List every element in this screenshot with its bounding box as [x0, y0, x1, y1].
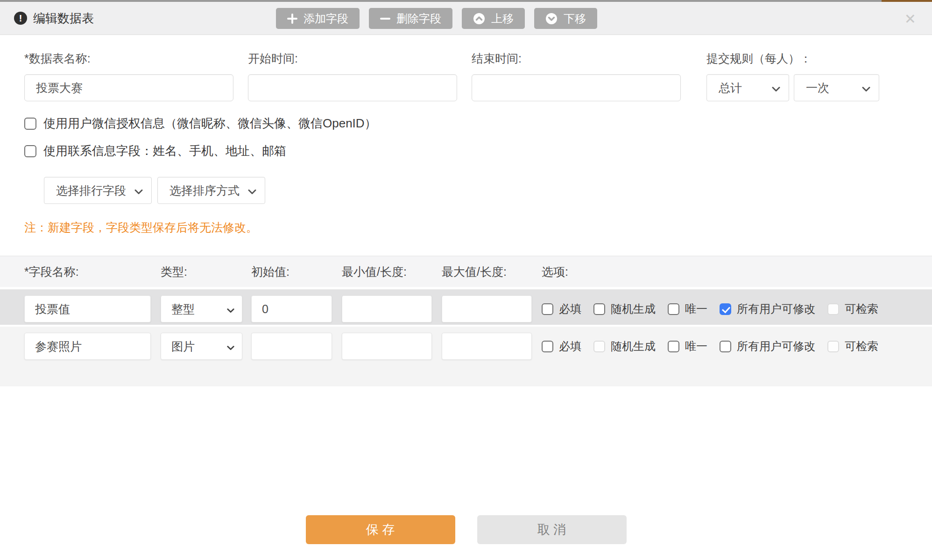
field-name-input[interactable] — [24, 295, 151, 322]
move-down-label: 下移 — [564, 11, 586, 26]
random-generate-label: 随机生成 — [611, 339, 656, 354]
field-type-select[interactable]: 整型 — [161, 295, 242, 322]
searchable-checkbox[interactable] — [827, 341, 839, 352]
rank-field-select[interactable]: 选择排行字段 — [44, 177, 152, 204]
field-type-note: 注：新建字段，字段类型保存后将无法修改。 — [24, 220, 932, 235]
random-generate-checkbox[interactable] — [593, 303, 605, 315]
chevron-down-icon — [862, 81, 870, 95]
user-editable-label: 所有用户可修改 — [737, 339, 815, 354]
required-checkbox[interactable] — [542, 303, 553, 315]
field-type-value: 图片 — [171, 339, 195, 354]
col-min: 最小值/长度: — [342, 264, 432, 280]
col-max: 最大值/长度: — [442, 264, 532, 280]
table-name-input[interactable] — [24, 74, 233, 101]
col-type: 类型: — [161, 264, 242, 280]
field-type-value: 整型 — [171, 301, 195, 317]
wechat-auth-label: 使用用户微信授权信息（微信昵称、微信头像、微信OpenID） — [43, 115, 377, 132]
user-editable-checkbox[interactable] — [720, 303, 731, 315]
max-value-input[interactable] — [442, 333, 532, 360]
required-label: 必填 — [559, 339, 581, 354]
col-field-name: *字段名称: — [24, 264, 151, 280]
end-time-label: 结束时间: — [472, 51, 681, 66]
add-field-button[interactable]: 添加字段 — [276, 8, 360, 29]
end-time-input[interactable] — [472, 74, 681, 101]
table-row[interactable]: 图片 必填 随机生成 唯一 所有用户可修改 — [0, 327, 932, 386]
dialog-title-group: ! 编辑数据表 — [14, 2, 94, 35]
unique-label: 唯一 — [685, 339, 707, 354]
table-row[interactable]: 整型 必填 随机生成 唯一 所有用户可修改 — [0, 289, 932, 325]
searchable-label: 可检索 — [845, 301, 878, 316]
user-editable-label: 所有用户可修改 — [737, 301, 815, 316]
searchable-checkbox[interactable] — [827, 303, 839, 315]
wechat-auth-checkbox[interactable] — [24, 118, 36, 130]
max-value-input[interactable] — [442, 295, 532, 322]
submit-rule-scope-select[interactable]: 总计 — [706, 74, 789, 101]
col-initial-value: 初始值: — [251, 264, 332, 280]
chevron-down-icon — [134, 184, 143, 197]
alert-circle-icon: ! — [14, 12, 27, 25]
table-name-label: *数据表名称: — [24, 51, 233, 66]
submit-rule-count-value: 一次 — [806, 80, 829, 96]
random-generate-label: 随机生成 — [611, 301, 656, 316]
sort-order-select[interactable]: 选择排序方式 — [157, 177, 265, 204]
contact-fields-label: 使用联系信息字段：姓名、手机、地址、邮箱 — [43, 143, 286, 159]
required-checkbox[interactable] — [542, 341, 553, 352]
circle-up-icon — [473, 13, 485, 25]
field-type-select[interactable]: 图片 — [161, 333, 242, 360]
col-options: 选项: — [542, 264, 568, 280]
sort-order-value: 选择排序方式 — [169, 183, 240, 198]
contact-fields-checkbox[interactable] — [24, 145, 36, 157]
move-up-label: 上移 — [491, 11, 514, 26]
initial-value-input[interactable] — [251, 295, 332, 322]
toolbar: 添加字段 删除字段 上移 下移 — [276, 8, 597, 29]
submit-rule-scope-value: 总计 — [719, 80, 742, 96]
random-generate-checkbox[interactable] — [593, 341, 605, 352]
start-time-label: 开始时间: — [248, 51, 457, 66]
chevron-down-icon — [248, 184, 256, 197]
fields-table: *字段名称: 类型: 初始值: 最小值/长度: 最大值/长度: 选项: 整型 必… — [0, 256, 932, 386]
unique-checkbox[interactable] — [668, 303, 679, 315]
move-down-button[interactable]: 下移 — [534, 8, 597, 29]
chevron-down-icon — [227, 302, 234, 316]
min-value-input[interactable] — [342, 333, 432, 360]
chevron-down-icon — [227, 340, 234, 353]
user-editable-checkbox[interactable] — [720, 341, 731, 352]
save-button[interactable]: 保 存 — [306, 515, 455, 544]
required-label: 必填 — [559, 301, 581, 316]
start-time-input[interactable] — [248, 74, 457, 101]
fields-table-header: *字段名称: 类型: 初始值: 最小值/长度: 最大值/长度: 选项: — [0, 256, 932, 287]
circle-down-icon — [545, 13, 558, 25]
submit-rule-label: 提交规则（每人）： — [706, 51, 879, 66]
dialog-footer: 保 存 取 消 — [0, 515, 932, 544]
minus-icon — [380, 14, 390, 24]
plus-icon — [287, 14, 297, 24]
add-field-label: 添加字段 — [304, 11, 348, 26]
move-up-button[interactable]: 上移 — [462, 8, 525, 29]
form-area: *数据表名称: 开始时间: 结束时间: 提交规则（每人）： 总计 一次 — [0, 35, 932, 235]
unique-label: 唯一 — [685, 301, 707, 316]
rank-field-value: 选择排行字段 — [56, 183, 126, 198]
unique-checkbox[interactable] — [668, 341, 679, 352]
initial-value-input[interactable] — [251, 333, 332, 360]
cancel-button[interactable]: 取 消 — [477, 515, 627, 544]
field-name-input[interactable] — [24, 333, 151, 360]
delete-field-label: 删除字段 — [396, 11, 441, 26]
chevron-down-icon — [772, 81, 780, 95]
submit-rule-count-select[interactable]: 一次 — [794, 74, 879, 101]
dialog-header: ! 编辑数据表 添加字段 删除字段 上移 下移 ✕ — [0, 2, 932, 35]
searchable-label: 可检索 — [845, 339, 878, 354]
delete-field-button[interactable]: 删除字段 — [369, 8, 452, 29]
dialog-title: 编辑数据表 — [33, 10, 94, 27]
close-icon[interactable]: ✕ — [904, 12, 916, 26]
min-value-input[interactable] — [342, 295, 432, 322]
